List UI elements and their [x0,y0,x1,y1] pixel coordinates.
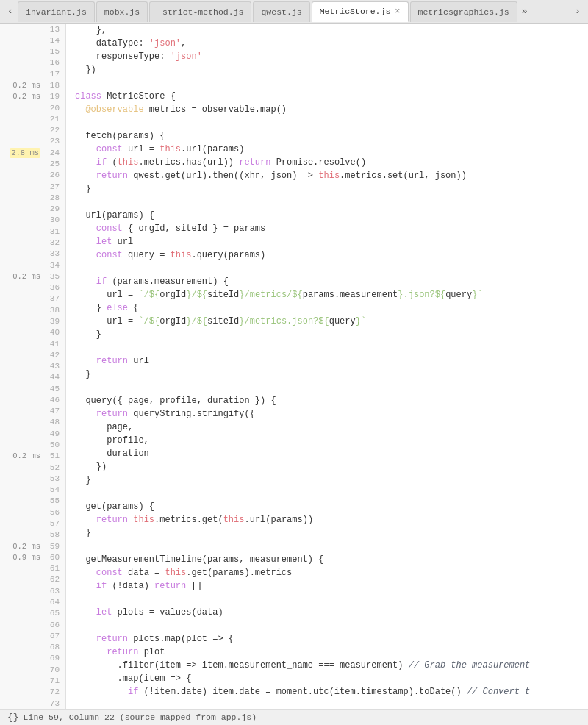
gutter-row: 34 [0,260,65,271]
code-line-37 [75,341,588,354]
gutter-row: 0.2 ms59 [0,540,65,551]
tab-nav-left[interactable]: ‹ [3,3,18,21]
code-line-58 [75,619,588,632]
gutter-row: 62 [0,574,65,585]
tab-metricstore[interactable]: MetricStore.js × [312,1,409,22]
gutter-row: 53 [0,473,65,484]
code-line-19: @observable metrics = observable.map() [75,103,588,116]
gutter-row: 73 [0,698,65,709]
gutter-row: 72 [0,687,65,698]
gutter-row: 45 [0,383,65,394]
code-line-44: profile, [75,434,588,447]
gutter-row: 43 [0,360,65,371]
gutter-row: 44 [0,372,65,383]
gutter-row: 48 [0,417,65,428]
gutter-row: 0.2 ms18 [0,79,65,90]
tab-qwest[interactable]: qwest.js [253,1,309,22]
code-line-56 [75,593,588,606]
code-line-13: }, [75,24,588,37]
code-line-53: getMeasurementTimeline(params, measureme… [75,553,588,566]
code-line-46: }) [75,460,588,474]
code-line-39: } [75,368,588,381]
gutter-row: 0.2 ms51 [0,451,65,462]
gutter-row: 50 [0,439,65,450]
code-line-16: }) [75,63,588,76]
gutter-row: 37 [0,293,65,304]
gutter-row: 15 [0,46,65,57]
code-line-15: responseType: 'json' [75,50,588,63]
gutter-row: 14 [0,35,65,46]
gutter-row: 42 [0,349,65,360]
tab-close-icon[interactable]: × [395,7,400,16]
gutter-row: 39 [0,315,65,326]
gutter-row: 40 [0,327,65,338]
gutter-row: 2.8 ms24 [0,147,65,158]
code-line-25: } [75,182,588,196]
code-line-42: return queryString.stringify({ [75,407,588,421]
gutter-row: 28 [0,192,65,203]
code-line-31 [75,262,588,275]
gutter-row: 71 [0,675,65,686]
code-line-51: } [75,526,588,540]
gutter-row: 55 [0,496,65,507]
gutter-row: 69 [0,653,65,664]
code-line-18: class MetricStore { [75,90,588,103]
code-line-28: const { orgId, siteId } = params [75,222,588,235]
code-line-49: get(params) { [75,500,588,513]
tab-mobx[interactable]: mobx.js [96,1,148,22]
gutter-row: 67 [0,630,65,641]
gutter-row: 61 [0,563,65,574]
tab-strict-method[interactable]: _strict-method.js [149,1,251,22]
gutter-row: 41 [0,338,65,349]
gutter-row: 23 [0,136,65,147]
gutter-row: 13 [0,24,65,35]
gutter-row: 58 [0,529,65,540]
code-line-22: const url = this.url(params) [75,143,588,156]
gutter-row: 29 [0,204,65,215]
code-line-30: const query = this.query(params) [75,249,588,262]
code-line-57: let plots = values(data) [75,606,588,619]
gutter-row: 30 [0,215,65,226]
code-line-35: url = `/${orgId}/${siteId}/metrics.json?… [75,315,588,328]
gutter-row: 63 [0,585,65,596]
gutter-row: 21 [0,113,65,124]
gutter-row: 49 [0,428,65,439]
tab-metricsgraphics[interactable]: metricsgraphics.js [410,1,517,22]
gutter-row: 47 [0,406,65,417]
code-line-41: query({ page, profile, duration }) { [75,394,588,407]
code-line-26 [75,196,588,209]
code-line-47: } [75,474,588,487]
code-line-50: return this.metrics.get(this.url(params)… [75,513,588,526]
gutter-row: 25 [0,158,65,169]
code-line-27: url(params) { [75,209,588,222]
status-text: Line 59, Column 22 (source mapped from a… [24,712,257,722]
code-line-63: if (!item.date) item.date = moment.utc(i… [75,685,588,699]
code-line-32: if (params.measurement) { [75,275,588,288]
gutter-row: 66 [0,619,65,630]
code-line-17 [75,76,588,90]
tab-bar: ‹ invariant.js mobx.js _strict-method.js… [0,0,588,24]
code-line-64 [75,699,588,709]
code-line-33: url = `/${orgId}/${siteId}/metrics/${par… [75,288,588,301]
code-line-43: page, [75,421,588,434]
code-line-21: fetch(params) { [75,129,588,143]
gutter-row: 0.2 ms19 [0,91,65,102]
gutter-row: 57 [0,518,65,529]
gutter-row: 31 [0,226,65,237]
editor-area: 13 14 15 16 17 0.2 ms18 0.2 ms19 20 21 2… [0,24,588,709]
tab-nav-right[interactable]: › [570,3,585,21]
code-line-20 [75,116,588,129]
code-line-61: .filter(item => item.measurement_name ==… [75,659,588,672]
tab-invariant[interactable]: invariant.js [18,1,95,22]
gutter-row: 0.2 ms35 [0,271,65,282]
code-line-45: duration [75,447,588,460]
gutter-row: 38 [0,304,65,315]
gutter-row: 52 [0,462,65,473]
code-line-23: if (this.metrics.has(url)) return Promis… [75,156,588,169]
gutter-row: 0.9 ms60 [0,551,65,562]
status-bar: {} Line 59, Column 22 (source mapped fro… [0,709,588,725]
code-line-60: return plot [75,646,588,659]
code-content[interactable]: }, dataType: 'json', responseType: 'json… [66,24,588,709]
tab-overflow-btn[interactable]: » [519,6,531,17]
gutter-row: 33 [0,249,65,260]
